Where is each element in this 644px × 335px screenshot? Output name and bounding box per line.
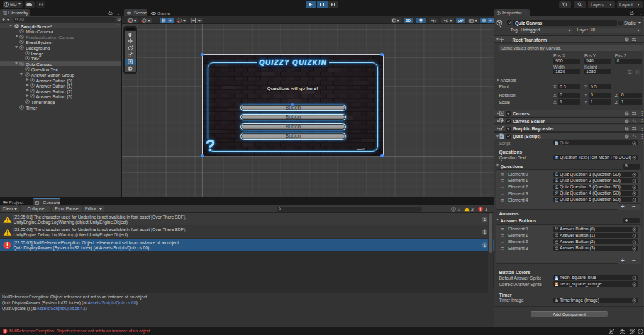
svg-text:?: ? [626, 127, 628, 130]
svg-text:?: ? [626, 120, 628, 123]
svg-text:?: ? [626, 135, 628, 138]
svg-text:?: ? [626, 38, 628, 41]
svg-text:?: ? [626, 112, 628, 115]
